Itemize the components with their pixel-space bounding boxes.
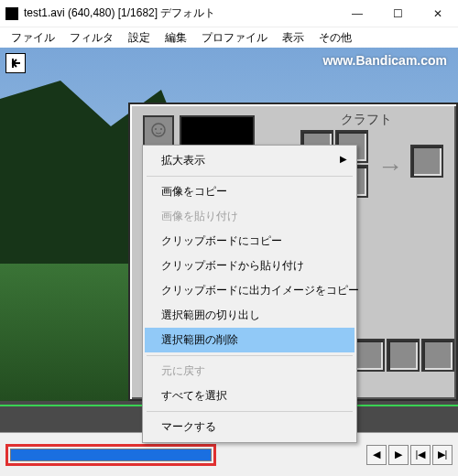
context-menu-item: 画像を貼り付け — [145, 204, 354, 229]
context-menu-item[interactable]: マークする — [145, 415, 354, 439]
inv-slot[interactable] — [387, 339, 420, 372]
context-menu: 拡大表示▶画像をコピー画像を貼り付けクリップボードにコピークリップボードから貼り… — [142, 145, 357, 443]
minimize-button[interactable]: — — [337, 0, 377, 27]
menu-bar: ファイル フィルタ 設定 編集 プロファイル 表示 その他 — [0, 27, 458, 48]
menu-filter[interactable]: フィルタ — [64, 28, 119, 48]
menu-settings[interactable]: 設定 — [123, 28, 156, 48]
context-menu-item[interactable]: すべてを選択 — [145, 384, 354, 408]
craft-label: クラフト — [341, 112, 392, 128]
menu-edit[interactable]: 編集 — [159, 28, 192, 48]
app-icon — [5, 7, 18, 20]
context-menu-item[interactable]: クリップボードから貼り付け — [145, 254, 354, 278]
armor-head-slot[interactable] — [143, 115, 174, 146]
seek-bar[interactable] — [10, 449, 212, 461]
window-title: test1.avi (640,480) [1/1682] デフォルト — [24, 5, 337, 21]
seek-fill — [11, 449, 211, 460]
maximize-button[interactable]: ☐ — [377, 0, 418, 27]
last-frame-button[interactable]: ▶| — [432, 445, 453, 465]
context-menu-item[interactable]: 選択範囲の切り出し — [145, 303, 354, 328]
head-icon — [149, 122, 168, 140]
svg-point-1 — [155, 128, 157, 130]
craft-arrow-icon: → — [377, 152, 403, 181]
menu-profile[interactable]: プロファイル — [196, 28, 273, 48]
context-menu-item[interactable]: 選択範囲の削除 — [145, 328, 354, 352]
menu-file[interactable]: ファイル — [5, 28, 60, 48]
context-menu-item[interactable]: 画像をコピー — [145, 179, 354, 204]
back-button[interactable] — [5, 53, 26, 73]
context-menu-item[interactable]: 拡大表示▶ — [145, 148, 354, 173]
first-frame-button[interactable]: |◀ — [410, 445, 431, 465]
close-button[interactable]: ✕ — [418, 0, 458, 27]
submenu-arrow-icon: ▶ — [340, 154, 347, 164]
craft-result-slot[interactable] — [410, 145, 443, 178]
menu-view[interactable]: 表示 — [277, 28, 310, 48]
menu-separator — [147, 176, 353, 177]
context-menu-item[interactable]: クリップボードにコピー — [145, 229, 354, 254]
window-titlebar: test1.avi (640,480) [1/1682] デフォルト — ☐ ✕ — [0, 0, 458, 27]
context-menu-item: 元に戻す — [145, 359, 354, 384]
back-arrow-icon — [10, 58, 21, 69]
context-menu-item[interactable]: クリップボードに出力イメージをコピー — [145, 278, 354, 303]
menu-separator — [147, 355, 353, 356]
watermark-text: www.Bandicam.com — [322, 53, 447, 68]
svg-point-2 — [160, 128, 162, 130]
next-frame-button[interactable]: ▶ — [388, 445, 409, 465]
svg-point-0 — [152, 124, 165, 136]
prev-frame-button[interactable]: ◀ — [366, 445, 387, 465]
work-area: www.Bandicam.com クラフト → — [0, 48, 458, 476]
inv-slot[interactable] — [421, 339, 454, 372]
menu-separator — [147, 411, 353, 412]
menu-other[interactable]: その他 — [313, 28, 357, 48]
frame-nav-group: ◀ ▶ |◀ ▶| — [366, 445, 453, 465]
highlight-box — [5, 444, 216, 466]
